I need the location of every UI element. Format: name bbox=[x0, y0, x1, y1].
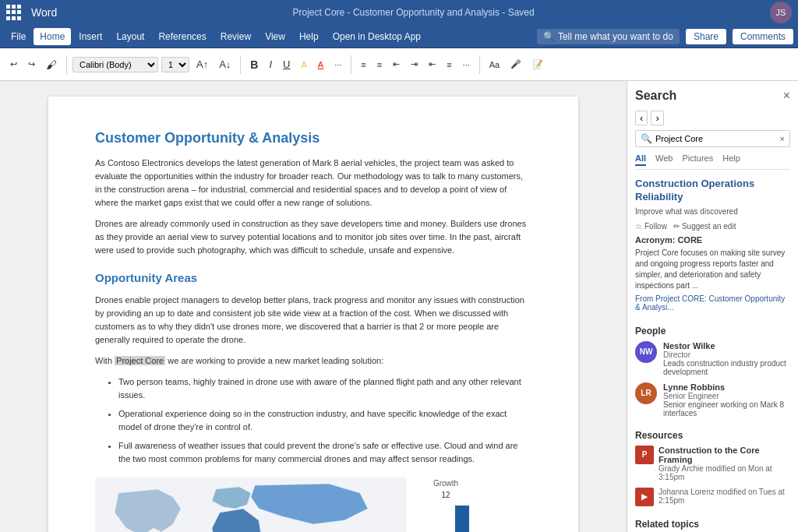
result-source-link[interactable]: From Project CORE: Customer Opportunity … bbox=[635, 294, 790, 312]
bullet-item-2: Operational experience doing so in the c… bbox=[118, 407, 531, 433]
resource-icon-2: ▶ bbox=[635, 488, 654, 506]
person-info-1: Nestor Wilke Director Leads construction… bbox=[663, 341, 790, 376]
doc-heading-1: Customer Opportunity & Analysis bbox=[95, 128, 531, 149]
chart-label: Growth bbox=[433, 477, 458, 489]
clear-formatting-button[interactable]: 🖌 bbox=[42, 57, 61, 72]
dictate-button[interactable]: 🎤 bbox=[507, 58, 525, 71]
font-size-decrease-button[interactable]: A↓ bbox=[215, 57, 235, 72]
menu-layout[interactable]: Layout bbox=[110, 28, 150, 45]
result-title[interactable]: Construction Operations Reliability bbox=[635, 178, 790, 204]
title-bar: Word Project Core - Customer Opportunity… bbox=[0, 0, 798, 25]
user-avatar[interactable]: JS bbox=[770, 2, 792, 23]
menu-insert[interactable]: Insert bbox=[72, 28, 108, 45]
panel-header: Search × bbox=[635, 89, 790, 103]
person-name-2[interactable]: Lynne Robbins bbox=[663, 382, 790, 392]
resource-info-2: Johanna Lorenz modified on Tues at 2:15p… bbox=[659, 488, 790, 505]
document-area[interactable]: Customer Opportunity & Analysis As Conto… bbox=[0, 81, 627, 532]
undo-button[interactable]: ↩ bbox=[6, 58, 21, 71]
suggest-edit-button[interactable]: ✏ Suggest an edit bbox=[673, 222, 736, 231]
person-desc-2: Senior engineer working on Mark 8 interf… bbox=[663, 400, 790, 417]
menu-open-desktop[interactable]: Open in Desktop App bbox=[327, 28, 427, 45]
search-nav: ‹ › bbox=[635, 111, 790, 125]
search-tabs: All Web Pictures Help bbox=[635, 153, 790, 170]
apps-icon[interactable] bbox=[6, 5, 22, 20]
resource-item-1: P Construction to the Core Framing Grady… bbox=[635, 446, 790, 481]
font-size-increase-button[interactable]: A↑ bbox=[192, 57, 212, 72]
more-font-button[interactable]: ··· bbox=[330, 58, 345, 71]
search-panel: Search × ‹ › 🔍 × All Web Pictures Help C… bbox=[627, 81, 798, 532]
share-button[interactable]: Share bbox=[686, 29, 726, 44]
font-name-select[interactable]: Calibri (Body) bbox=[72, 57, 158, 72]
person-item-1: NW Nestor Wilke Director Leads construct… bbox=[635, 341, 790, 376]
underline-button[interactable]: U bbox=[279, 57, 294, 72]
font-size-select[interactable]: 11 bbox=[161, 57, 189, 72]
result-body: Project Core focuses on making site surv… bbox=[635, 248, 790, 291]
menu-home[interactable]: Home bbox=[34, 28, 71, 45]
menu-review[interactable]: Review bbox=[214, 28, 257, 45]
search-icon: 🔍 bbox=[543, 31, 555, 42]
resource-item-2: ▶ Johanna Lorenz modified on Tues at 2:1… bbox=[635, 488, 790, 506]
panel-title: Search bbox=[635, 89, 676, 103]
align-left-button[interactable]: ⇤ bbox=[425, 58, 440, 71]
person-info-2: Lynne Robbins Senior Engineer Senior eng… bbox=[663, 382, 790, 417]
search-icon: 🔍 bbox=[641, 133, 652, 144]
bullets-button[interactable]: ≡ bbox=[357, 58, 369, 71]
ribbon-divider-3 bbox=[351, 55, 351, 74]
menu-help[interactable]: Help bbox=[293, 28, 325, 45]
document-page: Customer Opportunity & Analysis As Conto… bbox=[48, 97, 578, 532]
tell-me-box[interactable]: 🔍 Tell me what you want to do bbox=[537, 29, 680, 44]
search-forward-button[interactable]: › bbox=[651, 111, 663, 125]
resource-title-1[interactable]: Construction to the Core Framing bbox=[659, 446, 790, 464]
styles-button[interactable]: Aa bbox=[486, 58, 503, 71]
chart-value: 12 bbox=[441, 489, 450, 501]
font-color-button[interactable]: A bbox=[314, 58, 327, 71]
menu-bar: File Home Insert Layout References Revie… bbox=[0, 25, 798, 48]
menu-file[interactable]: File bbox=[5, 28, 32, 45]
tell-me-label: Tell me what you want to do bbox=[558, 31, 673, 42]
bullet-item-3: Full awareness of weather issues that co… bbox=[118, 439, 531, 465]
ribbon-divider-1 bbox=[66, 55, 67, 74]
search-box[interactable]: 🔍 × bbox=[635, 130, 790, 147]
follow-button[interactable]: ☆ Follow bbox=[635, 222, 667, 231]
bold-button[interactable]: B bbox=[246, 57, 262, 72]
map-chart-area: Growth 12 bbox=[95, 477, 531, 532]
close-button[interactable]: × bbox=[783, 89, 790, 103]
person-avatar-1: NW bbox=[635, 341, 657, 363]
align-center-button[interactable]: ≡ bbox=[443, 58, 455, 71]
ribbon: ↩ ↪ 🖌 Calibri (Body) 11 A↑ A↓ B I U A A … bbox=[0, 48, 798, 81]
resources-section-label: Resources bbox=[635, 430, 790, 441]
doc-paragraph-2: Drones are already commonly used in cons… bbox=[95, 217, 531, 257]
pencil-icon: ✏ bbox=[673, 222, 680, 231]
increase-indent-button[interactable]: ⇥ bbox=[407, 58, 422, 71]
menu-view[interactable]: View bbox=[259, 28, 291, 45]
highlight-button[interactable]: A bbox=[297, 58, 310, 71]
comments-button[interactable]: Comments bbox=[733, 29, 793, 44]
tab-web[interactable]: Web bbox=[655, 153, 673, 166]
decrease-indent-button[interactable]: ⇤ bbox=[389, 58, 404, 71]
resource-meta-2: Johanna Lorenz modified on Tues at 2:15p… bbox=[659, 488, 790, 505]
person-name-1[interactable]: Nestor Wilke bbox=[663, 341, 790, 351]
italic-button[interactable]: I bbox=[265, 57, 276, 72]
person-avatar-2: LR bbox=[635, 382, 657, 404]
resource-info-1: Construction to the Core Framing Grady A… bbox=[659, 446, 790, 481]
editor-button[interactable]: 📝 bbox=[528, 58, 547, 71]
menu-references[interactable]: References bbox=[152, 28, 212, 45]
result-acronym: Acronym: CORE bbox=[635, 235, 790, 245]
more-paragraph-button[interactable]: ··· bbox=[459, 58, 474, 71]
menu-bar-right: 🔍 Tell me what you want to do Share Comm… bbox=[537, 29, 793, 44]
search-input[interactable] bbox=[655, 134, 780, 143]
chart-bars bbox=[422, 506, 469, 532]
growth-chart: Growth 12 bbox=[422, 477, 469, 532]
search-result: Construction Operations Reliability Impr… bbox=[635, 178, 790, 319]
resource-icon-1: P bbox=[635, 446, 654, 464]
tab-all[interactable]: All bbox=[635, 153, 646, 166]
bullet-item-1: Two person teams, highly trained in dron… bbox=[118, 375, 531, 401]
numbering-button[interactable]: ≡ bbox=[373, 58, 386, 71]
people-section-label: People bbox=[635, 326, 790, 336]
search-back-button[interactable]: ‹ bbox=[635, 111, 648, 125]
redo-button[interactable]: ↪ bbox=[24, 58, 39, 71]
doc-p4-post: we are working to provide a new market l… bbox=[165, 356, 383, 365]
tab-help[interactable]: Help bbox=[722, 153, 740, 166]
search-clear-icon[interactable]: × bbox=[780, 134, 785, 143]
tab-pictures[interactable]: Pictures bbox=[682, 153, 713, 166]
